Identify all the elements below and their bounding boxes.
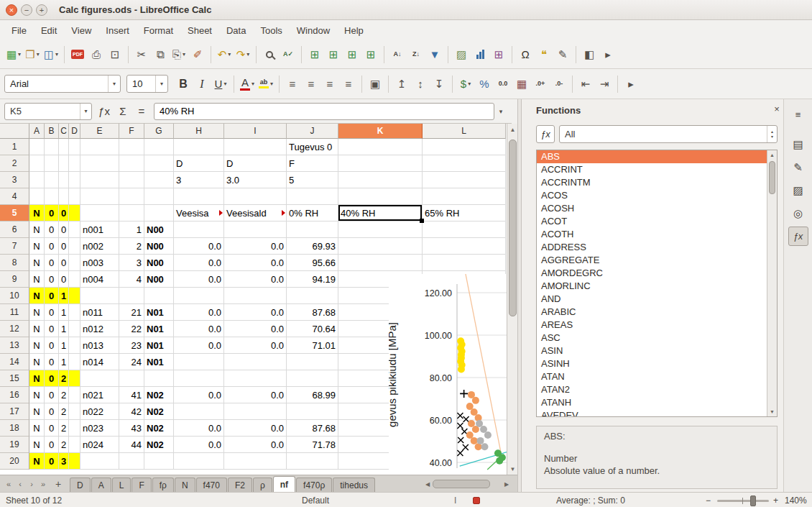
cell-G14[interactable]: N01 (144, 354, 174, 370)
cell-A12[interactable]: N (29, 321, 45, 337)
cell-H14[interactable] (174, 354, 224, 370)
cell-F14[interactable]: 24 (119, 354, 144, 370)
cell-J4[interactable] (287, 188, 338, 205)
cell-D6[interactable] (69, 221, 80, 238)
cell-D10[interactable] (69, 288, 80, 304)
cell-F9[interactable]: 4 (119, 271, 144, 288)
cell-E9[interactable]: n004 (80, 271, 119, 288)
cell-E8[interactable]: n003 (80, 255, 119, 271)
row-header-11[interactable]: 11 (0, 304, 29, 321)
scroll-up-icon[interactable]: ▲ (767, 150, 777, 160)
cell-K6[interactable] (338, 221, 423, 238)
sidebar-tab-navigator[interactable]: ◎ (788, 204, 808, 223)
cell-A10[interactable]: N (29, 288, 45, 304)
cell-J9[interactable]: 94.19 (287, 271, 338, 288)
bold-button[interactable]: B (175, 75, 192, 93)
cell-C10[interactable]: 1 (59, 288, 69, 304)
chevron-down-icon[interactable]: ▾ (80, 104, 91, 119)
cell-I5[interactable]: Veesisald (224, 205, 287, 221)
cell-F10[interactable] (119, 288, 144, 304)
cell-G4[interactable] (144, 188, 174, 205)
cell-F11[interactable]: 21 (119, 304, 144, 321)
function-item-acoth[interactable]: ACOTH (537, 228, 767, 241)
cell-F17[interactable]: 42 (119, 403, 144, 420)
cell-F5[interactable] (119, 205, 144, 221)
add-decimal-place-button[interactable]: .0+ (532, 75, 549, 93)
cell-E20[interactable] (80, 453, 119, 470)
scroll-down-icon[interactable]: ▼ (507, 463, 518, 475)
cell-H17[interactable] (174, 403, 224, 420)
sidebar-tab-gallery[interactable]: ▨ (788, 181, 808, 200)
zoom-level[interactable]: 140% (785, 493, 807, 507)
cell-B15[interactable]: 0 (45, 370, 59, 387)
delete-decimal-place-button[interactable]: .0- (550, 75, 568, 93)
cell-H2[interactable]: D (174, 155, 224, 172)
insert-chart-button[interactable] (471, 45, 489, 64)
function-item-atan2[interactable]: ATAN2 (537, 383, 767, 396)
cell-D3[interactable] (69, 172, 80, 188)
pivot-table-button[interactable]: ⊞ (490, 45, 507, 64)
cell-H10[interactable] (174, 288, 224, 304)
cell-E16[interactable]: n021 (80, 387, 119, 403)
cell-D11[interactable] (69, 304, 80, 321)
column-header-L[interactable]: L (423, 124, 506, 139)
sheet-tab-tihedus[interactable]: tihedus (333, 478, 375, 493)
cell-L3[interactable] (423, 172, 506, 188)
cell-H19[interactable]: 0.0 (174, 437, 224, 453)
cell-D14[interactable] (69, 354, 80, 370)
sidebar-tab-functions[interactable]: ƒx (788, 227, 808, 246)
function-item-arabic[interactable]: ARABIC (537, 306, 767, 319)
cell-K7[interactable] (338, 238, 423, 255)
row-header-16[interactable]: 16 (0, 387, 29, 403)
cell-F4[interactable] (119, 188, 144, 205)
row-header-3[interactable]: 3 (0, 172, 29, 188)
scroll-left-icon[interactable]: ◀ (423, 478, 433, 490)
cell-C1[interactable] (59, 139, 69, 155)
cell-E12[interactable]: n012 (80, 321, 119, 337)
cell-K1[interactable] (338, 139, 423, 155)
cell-D19[interactable] (69, 437, 80, 453)
format-as-date-button[interactable]: ▦ (513, 75, 530, 93)
menu-file[interactable]: File (4, 22, 34, 39)
row-header-19[interactable]: 19 (0, 437, 29, 453)
cell-G18[interactable]: N02 (144, 420, 174, 437)
cell-J17[interactable] (287, 403, 338, 420)
center-vertically-button[interactable]: ↕ (412, 75, 429, 93)
redo-button[interactable]: ↷▾ (234, 45, 252, 64)
function-item-amordegrc[interactable]: AMORDEGRC (537, 267, 767, 280)
sheet-tab-A[interactable]: A (91, 478, 111, 493)
function-wizard-button[interactable]: ƒx (536, 125, 555, 143)
paste-button[interactable]: ⎘▾ (170, 45, 188, 64)
zoom-in-button[interactable]: + (773, 493, 778, 507)
cell-F18[interactable]: 43 (119, 420, 144, 437)
undo-button[interactable]: ↶▾ (216, 45, 233, 64)
print-preview-button[interactable]: ⊡ (106, 45, 124, 64)
close-button[interactable]: × (6, 4, 17, 16)
close-icon[interactable]: × (770, 104, 783, 117)
cell-H16[interactable]: 0.0 (174, 387, 224, 403)
scroll-right-icon[interactable]: ▶ (502, 478, 512, 490)
insert-row-below-button[interactable]: ⊞ (325, 45, 342, 64)
cell-I7[interactable]: 0.0 (224, 238, 287, 255)
cell-A11[interactable]: N (29, 304, 45, 321)
select-all-corner[interactable] (0, 124, 29, 139)
cell-C15[interactable]: 2 (59, 370, 69, 387)
underline-button[interactable]: U▾ (212, 75, 229, 93)
clone-formatting-button[interactable]: ✐ (189, 45, 206, 64)
row-header-18[interactable]: 18 (0, 420, 29, 437)
cell-E2[interactable] (80, 155, 119, 172)
increase-indent-button[interactable]: ⇥ (596, 75, 613, 93)
new-document-button[interactable]: ▦▾ (5, 45, 22, 64)
column-header-G[interactable]: G (144, 124, 174, 139)
chevron-down-icon[interactable]: ▾ (223, 81, 226, 87)
cell-I1[interactable] (224, 139, 287, 155)
chevron-down-icon[interactable]: ▾ (55, 51, 58, 58)
menu-edit[interactable]: Edit (34, 22, 64, 39)
cell-D5[interactable] (69, 205, 80, 221)
cell-A14[interactable]: N (29, 354, 45, 370)
cell-H20[interactable] (174, 453, 224, 470)
insert-special-character-button[interactable]: Ω (517, 45, 534, 64)
cell-E18[interactable]: n023 (80, 420, 119, 437)
cell-F20[interactable] (119, 453, 144, 470)
insert-image-button[interactable]: ▨ (453, 45, 470, 64)
